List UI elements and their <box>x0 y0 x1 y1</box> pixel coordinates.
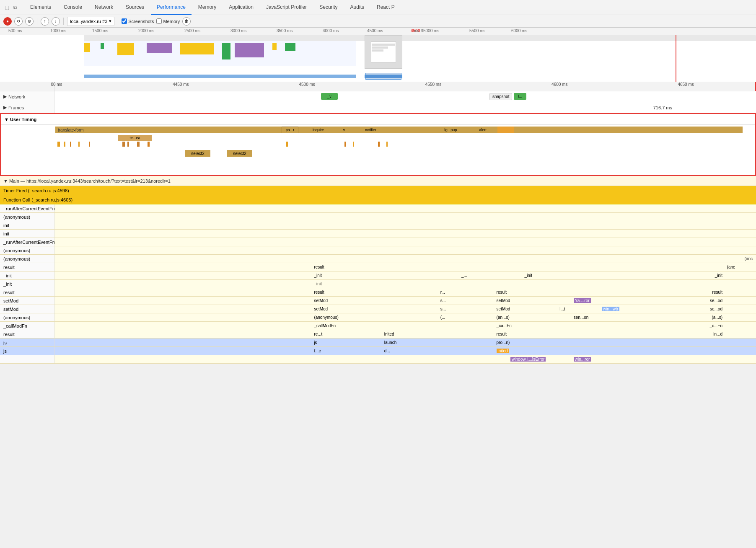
overview-ruler: 500 ms 1000 ms 1500 ms 2000 ms 2500 ms 3… <box>0 28 756 35</box>
tab-memory[interactable]: Memory <box>192 0 222 15</box>
expand-icon-frames: ▶ <box>3 105 7 110</box>
bar-5 <box>89 142 90 147</box>
record-button[interactable]: ● <box>3 17 12 26</box>
tab-application[interactable]: Application <box>223 0 259 15</box>
anon-3-ans: (an...s) <box>497 315 510 320</box>
network-track-content[interactable]: _v snapshot l... <box>54 91 756 102</box>
pa-r-bar[interactable]: pa...r <box>282 127 298 133</box>
timer-fired-label: Timer Fired (_search.ru.js:4598) <box>3 188 69 193</box>
tick-5000: 5000 ms <box>423 28 439 33</box>
reload-button[interactable]: ↺ <box>14 17 23 26</box>
stack-row-3[interactable]: init <box>0 221 756 230</box>
memory-checkbox-label[interactable]: Memory <box>156 18 180 24</box>
screenshots-checkbox-label[interactable]: Screenshots <box>122 18 154 24</box>
call-stack-area[interactable]: _runAfterCurrentEventFns (anonymous) ini… <box>0 204 756 364</box>
recording-label: local.yandex.ru #3 <box>70 19 107 24</box>
network-item-1[interactable]: _v <box>321 93 338 100</box>
result-final-ret: re...t <box>314 332 322 336</box>
undock-icon[interactable]: ⧉ <box>12 4 18 11</box>
js-launch: launch <box>384 340 396 345</box>
network-items-group: snapshot l... <box>489 93 527 100</box>
extra-bar-1[interactable] <box>497 127 514 133</box>
tick-2000: 2000 ms <box>138 28 154 33</box>
selection-bar <box>84 75 356 78</box>
download-button[interactable]: ↓ <box>52 17 60 26</box>
setmod-label-1: setMod <box>0 297 54 305</box>
memory-checkbox[interactable] <box>156 18 162 24</box>
bar-8 <box>137 142 140 147</box>
screenshots-checkbox[interactable] <box>122 18 127 24</box>
tick-3000: 3000 ms <box>230 28 246 33</box>
stack-row-2[interactable]: (anonymous) <box>0 213 756 221</box>
js-row-2[interactable]: js f...e d... inited <box>0 347 756 355</box>
translate-form-bar[interactable]: translate-form <box>55 127 743 133</box>
v-bar[interactable]: v... <box>340 127 351 133</box>
setmod-row-1[interactable]: setMod setMod s... setMod Ya....ror se..… <box>0 297 756 305</box>
tab-elements[interactable]: Elements <box>24 0 57 15</box>
cpu-band-3 <box>117 43 134 55</box>
user-timing-content[interactable]: translate-form te...ea select2 select2 <box>1 125 755 175</box>
tab-js-profiler[interactable]: JavaScript Profiler <box>260 0 313 15</box>
result-row-2[interactable]: result result r... result result <box>0 288 756 297</box>
inquire-bar[interactable]: inquire <box>307 127 330 133</box>
frames-track-row: ▶ Frames 716.7 ms <box>0 102 756 113</box>
win-error-row[interactable]: window.l...JsError win...ror <box>0 355 756 364</box>
recording-selector[interactable]: local.yandex.ru #3 ▾ <box>67 17 114 26</box>
dock-icon[interactable]: ⬚ <box>3 4 10 11</box>
clear-button[interactable]: ⊘ <box>25 17 34 26</box>
_init-row-2[interactable]: _init _init <box>0 280 756 288</box>
user-timing-header[interactable]: ▼ User Timing <box>1 114 755 125</box>
setmod-s2: s... <box>440 298 446 303</box>
js-d: d... <box>384 349 390 353</box>
result-row-1[interactable]: result result (anc <box>0 263 756 271</box>
function-call-row[interactable]: Function Call (_search.ru.js:4605) <box>0 195 756 204</box>
frames-track-content[interactable]: 716.7 ms <box>54 102 756 113</box>
tab-sources[interactable]: Sources <box>120 0 150 15</box>
select2-bar-2[interactable]: select2 <box>227 150 252 157</box>
te-ea-bar[interactable]: te...ea <box>118 135 152 141</box>
stack-row-7[interactable]: (anonymous) (anc <box>0 255 756 263</box>
tick-5-label: 5 <box>421 28 423 33</box>
cpu-band-1 <box>84 43 90 52</box>
tab-network[interactable]: Network <box>89 0 119 15</box>
anon-row-3[interactable]: (anonymous) (anonymous) (... (an...s) se… <box>0 313 756 322</box>
js-row-1[interactable]: js js launch pro...n) <box>0 339 756 347</box>
timeline-chart[interactable] <box>0 35 756 82</box>
selected-region <box>365 73 401 80</box>
tick-3500: 3500 ms <box>277 28 293 33</box>
setmod-right: se...od <box>710 298 722 303</box>
snapshot-badge: snapshot <box>489 93 513 100</box>
tab-security[interactable]: Security <box>313 0 343 15</box>
timer-fired-row[interactable]: Timer Fired (_search.ru.js:4598) <box>0 186 756 195</box>
cpu-band-8 <box>272 43 277 50</box>
tab-react[interactable]: React P <box>371 0 401 15</box>
stack-row-1[interactable]: _runAfterCurrentEventFns <box>0 204 756 213</box>
_init-row[interactable]: _init _init _... _init _init <box>0 271 756 280</box>
tab-audits[interactable]: Audits <box>344 0 370 15</box>
js-fe: f...e <box>314 349 321 353</box>
stack-row-4[interactable]: init <box>0 230 756 238</box>
upload-button[interactable]: ↑ <box>41 17 49 26</box>
callmodfn-row[interactable]: _callModFn _callModFn _ca...Fn _c...Fn <box>0 322 756 330</box>
timeline-overview[interactable]: 500 ms 1000 ms 1500 ms 2000 ms 2500 ms 3… <box>0 28 756 82</box>
network-item-l[interactable]: l... <box>514 93 526 100</box>
anc-label-1: (anc <box>745 256 753 261</box>
stack-row-5[interactable]: _runAfterCurrentEventFns <box>0 238 756 246</box>
bar-3 <box>70 142 71 147</box>
tab-console[interactable]: Console <box>58 0 88 15</box>
alert-bar[interactable]: alert <box>474 127 491 133</box>
result-final-row[interactable]: result re...t inited result in...d <box>0 330 756 339</box>
tab-performance[interactable]: Performance <box>151 0 192 15</box>
lig-pup-bar[interactable]: lig...pup <box>437 127 464 133</box>
notifier-bar[interactable]: notifier <box>357 127 384 133</box>
setmod-row-2[interactable]: setMod setMod s... setMod l...t win...wb… <box>0 305 756 313</box>
result-2-c2: result <box>314 290 324 295</box>
frames-track-label[interactable]: ▶ Frames <box>0 102 54 113</box>
stack-row-6[interactable]: (anonymous) <box>0 246 756 255</box>
result-label-1: result <box>0 263 54 271</box>
select2-bar-1[interactable]: select2 <box>185 150 210 157</box>
callmodfn-label: _callModFn <box>0 322 54 330</box>
main-thread-header[interactable]: ▼ Main — https://local.yandex.ru:3443/se… <box>0 176 756 186</box>
network-track-label[interactable]: ▶ Network <box>0 91 54 102</box>
trash-button[interactable]: 🗑 <box>182 17 191 26</box>
